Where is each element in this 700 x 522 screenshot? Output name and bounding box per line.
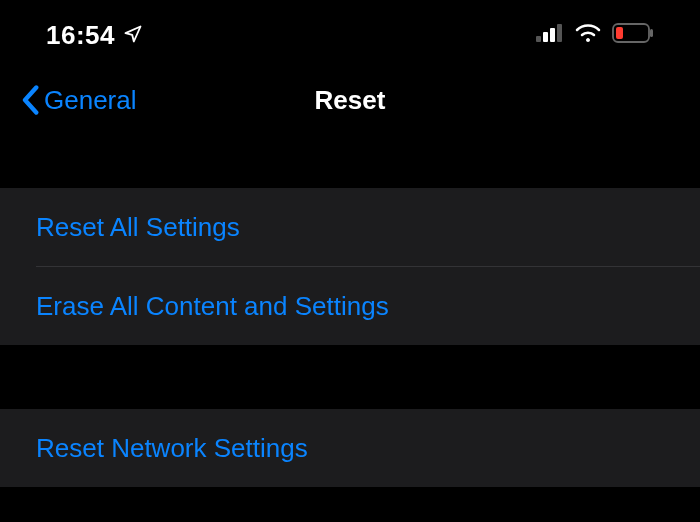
- section-general-reset: Reset All Settings Erase All Content and…: [0, 188, 700, 345]
- svg-rect-1: [543, 32, 548, 42]
- svg-rect-3: [557, 24, 562, 42]
- status-time: 16:54: [46, 20, 115, 51]
- erase-all-content-row[interactable]: Erase All Content and Settings: [0, 267, 700, 345]
- status-bar: 16:54: [0, 0, 700, 70]
- cellular-icon: [536, 24, 564, 46]
- svg-rect-0: [536, 36, 541, 42]
- row-label: Erase All Content and Settings: [36, 291, 389, 322]
- reset-all-settings-row[interactable]: Reset All Settings: [0, 188, 700, 266]
- back-label: General: [44, 85, 137, 116]
- location-icon: [123, 20, 143, 51]
- reset-network-settings-row[interactable]: Reset Network Settings: [0, 409, 700, 487]
- svg-rect-5: [650, 29, 653, 37]
- section-gap: [0, 345, 700, 409]
- section-spacer: [0, 130, 700, 188]
- section-network-reset: Reset Network Settings: [0, 409, 700, 487]
- status-right: [536, 23, 654, 47]
- svg-rect-6: [616, 27, 623, 39]
- nav-bar: General Reset: [0, 70, 700, 130]
- back-button[interactable]: General: [20, 85, 137, 116]
- battery-icon: [612, 23, 654, 47]
- svg-rect-2: [550, 28, 555, 42]
- row-label: Reset All Settings: [36, 212, 240, 243]
- wifi-icon: [574, 23, 602, 47]
- status-left: 16:54: [46, 20, 143, 51]
- row-label: Reset Network Settings: [36, 433, 308, 464]
- page-title: Reset: [315, 85, 386, 116]
- chevron-left-icon: [20, 85, 40, 115]
